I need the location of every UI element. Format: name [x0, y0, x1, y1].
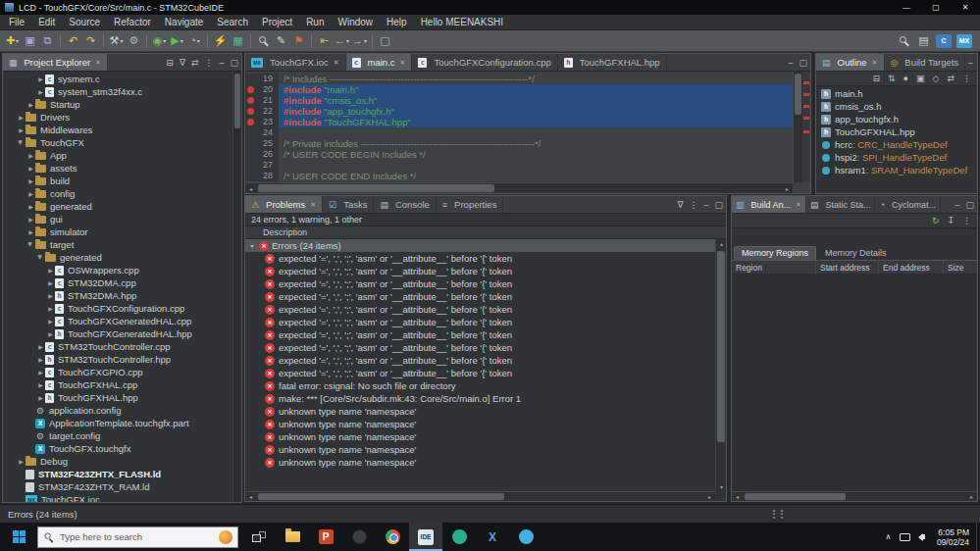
tab-properties[interactable]: ≡Properties: [437, 196, 504, 213]
forward-icon[interactable]: →▾: [351, 32, 368, 50]
tree-item-touchgfx-touchgfx[interactable]: ▶XTouchGFX.touchgfx: [3, 442, 232, 455]
code-line[interactable]: 20#include "main.h": [245, 84, 793, 95]
search-highlights-icon[interactable]: [219, 530, 232, 544]
debug-icon[interactable]: ◉▾: [151, 32, 168, 50]
collapse-all-icon[interactable]: ⊟: [869, 74, 883, 83]
problem-row[interactable]: ✕expected '=', ',', ';', 'asm' or '__att…: [245, 265, 715, 277]
expand-arrow-icon[interactable]: ▶: [26, 165, 35, 172]
editor-horizontal-scrollbar[interactable]: ◂ ▸: [245, 182, 793, 193]
code-line[interactable]: 24: [245, 127, 793, 138]
column-header-end-address[interactable]: End address: [879, 261, 944, 274]
code-line[interactable]: 27: [245, 160, 793, 171]
error-ruler-mark[interactable]: [803, 105, 809, 108]
tree-item-startup[interactable]: ▶Startup: [3, 98, 232, 111]
tab-touchgfxhal-hpp[interactable]: hTouchGFXHAL.hpp: [558, 54, 667, 71]
expand-arrow-icon[interactable]: ▶: [46, 279, 55, 286]
search-tool-icon[interactable]: [255, 32, 272, 50]
minimize-icon[interactable]: –: [952, 200, 962, 210]
tree-item-drivers[interactable]: ▶Drivers: [3, 111, 232, 124]
scrollbar-track[interactable]: [256, 492, 704, 501]
open-perspective-icon[interactable]: ▤: [915, 32, 932, 50]
expand-arrow-icon[interactable]: ▶: [26, 216, 35, 223]
outline-item-hspi2[interactable]: hspi2 : SPI_HandleTypeDef: [816, 151, 977, 164]
minimize-icon[interactable]: –: [785, 58, 796, 68]
code-line[interactable]: 19/* Includes --------------------------…: [245, 74, 793, 84]
show-desktop-button[interactable]: [976, 523, 980, 551]
statusbar-grip[interactable]: [773, 510, 783, 519]
error-ruler-mark[interactable]: [803, 93, 809, 96]
scrollbar-track[interactable]: [256, 183, 782, 193]
problem-row[interactable]: ✕expected '=', ',', ';', 'asm' or '__att…: [245, 367, 715, 379]
tree-item-touchgfxhal-cpp[interactable]: ▶cTouchGFXHAL.cpp: [3, 378, 232, 391]
cpp-perspective-icon[interactable]: C: [935, 32, 953, 50]
maximize-button[interactable]: ▢: [921, 0, 951, 15]
tree-item-applicationtemplate-touchgfx-part[interactable]: ▶XApplicationTemplate.touchgfx.part: [3, 417, 232, 429]
expand-arrow-icon[interactable]: ▶: [26, 190, 35, 197]
tab-static-sta[interactable]: ▤Static Sta...: [806, 196, 876, 213]
problems-vertical-scrollbar[interactable]: ▴ ▾: [715, 239, 726, 491]
expand-arrow-icon[interactable]: ▶: [26, 228, 35, 235]
scrollbar-track[interactable]: [743, 492, 966, 501]
problem-row[interactable]: ✕expected '=', ',', ';', 'asm' or '__att…: [245, 354, 715, 367]
tree-item-debug[interactable]: ▶Debug: [3, 455, 232, 468]
tree-item-application-config[interactable]: ▶⚙application.config: [3, 404, 232, 417]
view-menu-icon[interactable]: ⋮: [201, 58, 216, 68]
scroll-right-icon[interactable]: ▸: [704, 493, 715, 500]
undo-icon[interactable]: ↶: [65, 32, 81, 50]
task-view-icon[interactable]: [242, 523, 276, 551]
powerpoint-icon[interactable]: P: [309, 523, 342, 551]
tree-item-build[interactable]: ▶build: [3, 175, 232, 187]
teal-app-icon[interactable]: [442, 523, 476, 551]
problem-row[interactable]: ✕make: *** [Core/Src/subdir.mk:43: Core/…: [245, 392, 715, 405]
scrollbar-thumb[interactable]: [258, 493, 504, 500]
close-icon[interactable]: ✕: [310, 201, 316, 209]
outline-item-hcrc[interactable]: hcrc : CRC_HandleTypeDef: [816, 138, 977, 151]
search-icon[interactable]: [896, 32, 912, 50]
tab-build-an[interactable]: ▥Build An...✕: [732, 196, 806, 213]
network-icon[interactable]: [897, 523, 913, 551]
expand-arrow-icon[interactable]: ▶: [36, 356, 45, 363]
expand-arrow-icon[interactable]: ▶: [17, 458, 26, 465]
menu-navigate[interactable]: Navigate: [158, 15, 210, 29]
outline-item-hsram1[interactable]: hsram1 : SRAM_HandleTypeDef: [816, 164, 977, 176]
expand-arrow-icon[interactable]: ▶: [46, 318, 55, 325]
blue-app-icon[interactable]: [509, 523, 542, 551]
taskbar-clock[interactable]: 6:05 PM 09/02/24: [930, 527, 976, 547]
start-button[interactable]: [0, 523, 37, 551]
outline-item-main-h[interactable]: hmain.h: [816, 87, 977, 100]
expand-arrow-icon[interactable]: ▶: [26, 152, 35, 159]
expand-arrow-icon[interactable]: ▶: [36, 394, 45, 401]
problem-row[interactable]: ✕expected '=', ',', ';', 'asm' or '__att…: [245, 341, 715, 354]
chrome-icon[interactable]: [376, 523, 409, 551]
expand-arrow-icon[interactable]: ▶: [27, 240, 34, 249]
tab-tasks[interactable]: ☑Tasks: [323, 196, 374, 213]
outline-item-cmsis-os-h[interactable]: hcmsis_os.h: [816, 100, 977, 113]
menu-help[interactable]: Help: [380, 15, 414, 29]
expand-arrow-icon[interactable]: ▶: [37, 253, 44, 262]
code-line[interactable]: 21#include "cmsis_os.h": [245, 95, 793, 106]
expand-arrow-icon[interactable]: ▶: [36, 88, 45, 95]
menu-search[interactable]: Search: [210, 15, 255, 29]
tab-touchgfx-ioc[interactable]: MXTouchGFX.ioc✕: [245, 54, 346, 71]
tree-item-generated[interactable]: ▶generated: [3, 200, 232, 213]
tree-item-oswrappers-cpp[interactable]: ▶cOSWrappers.cpp: [3, 264, 232, 276]
menu-window[interactable]: Window: [331, 15, 380, 29]
tab-cyclomat[interactable]: ◔Cyclomat...: [875, 196, 940, 213]
tree-item-config[interactable]: ▶config: [3, 187, 232, 200]
tree-item-stm32f423zhtx-ram-ld[interactable]: ▶STM32F423ZHTX_RAM.ld: [3, 480, 232, 493]
tab-memory-regions[interactable]: Memory Regions: [734, 246, 816, 260]
close-icon[interactable]: ✕: [400, 59, 406, 67]
tree-item-target[interactable]: ▶target: [3, 238, 232, 251]
problem-row[interactable]: ✕unknown type name 'namespace': [245, 430, 715, 443]
problem-row[interactable]: ✕expected '=', ',', ';', 'asm' or '__att…: [245, 252, 715, 265]
tree-item-touchgfx[interactable]: ▶TouchGFX: [3, 136, 232, 149]
menu-run[interactable]: Run: [299, 15, 331, 29]
hide-static-icon[interactable]: ▣: [913, 74, 928, 83]
maximize-icon[interactable]: ▢: [976, 58, 977, 68]
tree-item-stm32touchcontroller-cpp[interactable]: ▶cSTM32TouchController.cpp: [3, 340, 232, 353]
tree-item-touchgfxgpio-cpp[interactable]: ▶cTouchGFXGPIO.cpp: [3, 366, 232, 378]
hide-fields-icon[interactable]: ●: [901, 74, 911, 83]
expand-arrow-icon[interactable]: ▶: [46, 330, 55, 337]
minimize-icon[interactable]: –: [965, 58, 976, 68]
scrollbar-thumb[interactable]: [258, 184, 494, 192]
